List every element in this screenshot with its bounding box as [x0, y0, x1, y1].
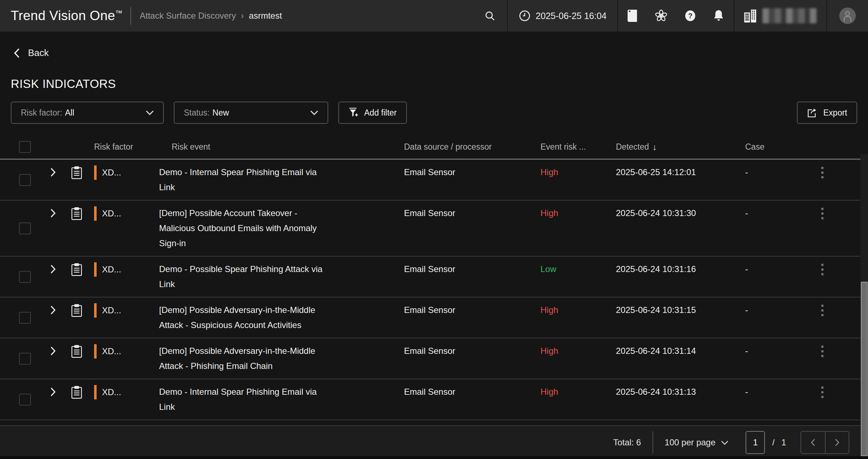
column-header-risk-event[interactable]: Risk event [159, 142, 404, 152]
expand-row-icon[interactable] [50, 257, 71, 297]
risk-factor-value[interactable]: XD... [102, 262, 121, 277]
notifications-bell-icon[interactable] [713, 10, 724, 22]
total-count-label: Total: 6 [613, 437, 641, 448]
documentation-icon[interactable] [627, 10, 638, 22]
risk-event-value[interactable]: Demo - Internal Spear Phishing Email via… [159, 379, 404, 420]
support-pinwheel-icon[interactable] [655, 9, 668, 22]
expand-row-icon[interactable] [50, 338, 71, 379]
risk-factor-value[interactable]: XD... [102, 165, 121, 180]
row-actions-kebab-icon[interactable] [821, 387, 823, 398]
table-row: XD... Demo - Internal Spear Phishing Ema… [0, 160, 868, 201]
risk-severity-bar [94, 165, 97, 180]
brand-area: Trend Vision One™ Attack Surface Discove… [0, 7, 282, 25]
risk-event-value[interactable]: [Demo] Possible Adversary-in-the-Middle … [159, 298, 404, 338]
topbar-right-cluster: 2025-06-25 16:04 [473, 0, 868, 32]
detected-value: 2025-06-24 10:31:15 [616, 298, 745, 338]
row-actions-kebab-icon[interactable] [821, 346, 823, 357]
svg-text:?: ? [688, 12, 692, 20]
data-source-value: Email Sensor [404, 257, 540, 297]
row-checkbox[interactable] [19, 353, 31, 365]
expand-row-icon[interactable] [50, 298, 71, 338]
row-actions-kebab-icon[interactable] [821, 305, 823, 316]
datetime-section[interactable]: 2025-06-25 16:04 [508, 0, 617, 32]
export-label: Export [823, 108, 847, 118]
page-number-input[interactable]: 1 [746, 431, 765, 454]
clipboard-icon[interactable] [71, 338, 94, 379]
help-icon[interactable]: ? [684, 10, 696, 22]
case-value: - [745, 379, 808, 420]
detected-header-label: Detected [616, 142, 649, 152]
risk-severity-bar [94, 385, 97, 399]
row-actions-kebab-icon[interactable] [821, 208, 823, 219]
next-page-button[interactable] [825, 432, 849, 453]
case-value: - [745, 257, 808, 297]
risk-event-value[interactable]: [Demo] Possible Adversary-in-the-Middle … [159, 338, 404, 379]
risk-indicator-table: XD... Demo - Internal Spear Phishing Ema… [0, 160, 868, 420]
footer-divider [653, 431, 653, 454]
per-page-dropdown[interactable]: 100 per page [665, 437, 728, 448]
column-header-data-source[interactable]: Data source / processor [404, 142, 540, 152]
row-actions-kebab-icon[interactable] [821, 264, 823, 275]
status-dropdown-label: Status: [184, 108, 210, 118]
risk-severity-bar [94, 344, 97, 359]
row-checkbox[interactable] [19, 174, 31, 186]
data-source-value: Email Sensor [404, 160, 540, 200]
row-actions-kebab-icon[interactable] [821, 167, 823, 178]
column-header-detected[interactable]: Detected ↓ [616, 142, 745, 152]
table-row: XD... Demo - Internal Spear Phishing Ema… [0, 379, 868, 420]
add-filter-icon [348, 107, 358, 118]
row-checkbox[interactable] [19, 394, 31, 406]
risk-factor-dropdown[interactable]: Risk factor: All [11, 102, 164, 124]
expand-row-icon[interactable] [50, 201, 71, 256]
risk-factor-value[interactable]: XD... [102, 344, 121, 359]
risk-factor-value[interactable]: XD... [102, 385, 121, 399]
column-header-event-risk[interactable]: Event risk ... [540, 142, 616, 152]
table-row: XD... [Demo] Possible Adversary-in-the-M… [0, 298, 868, 338]
previous-page-button[interactable] [801, 432, 825, 453]
page-content: Back RISK INDICATORS Risk factor: All St… [0, 32, 868, 459]
event-risk-value: High [540, 160, 616, 200]
search-icon[interactable] [484, 10, 496, 22]
tenant-section[interactable] [734, 0, 826, 32]
status-dropdown-value: New [213, 108, 229, 118]
row-checkbox[interactable] [19, 223, 31, 234]
app-title: Trend Vision One™ [11, 8, 122, 23]
page-total-label: / 1 [772, 437, 788, 448]
select-all-checkbox[interactable] [19, 141, 31, 153]
row-checkbox[interactable] [19, 271, 31, 283]
breadcrumb-section[interactable]: Attack Surface Discovery [140, 11, 236, 21]
case-value: - [745, 201, 808, 256]
user-avatar[interactable] [839, 8, 856, 24]
risk-severity-bar [94, 262, 97, 277]
clipboard-icon[interactable] [71, 160, 94, 200]
risk-event-value[interactable]: Demo - Internal Spear Phishing Email via… [159, 160, 404, 200]
event-risk-value: High [540, 298, 616, 338]
pagination-footer: Total: 6 100 per page 1 / 1 [0, 425, 868, 459]
scrollbar-thumb[interactable] [861, 282, 868, 456]
row-checkbox[interactable] [19, 312, 31, 324]
back-button[interactable]: Back [0, 32, 49, 58]
risk-event-value[interactable]: [Demo] Possible Account Takeover - Malic… [159, 201, 404, 256]
company-building-icon [744, 9, 758, 23]
status-dropdown[interactable]: Status: New [174, 102, 328, 124]
clipboard-icon[interactable] [71, 257, 94, 297]
chevron-down-icon [310, 110, 318, 115]
column-header-case[interactable]: Case [745, 142, 808, 152]
add-filter-button[interactable]: Add filter [338, 102, 407, 124]
risk-event-value[interactable]: Demo - Possible Spear Phishing Attack vi… [159, 257, 404, 297]
detected-value: 2025-06-24 10:31:13 [616, 379, 745, 420]
expand-row-icon[interactable] [50, 379, 71, 420]
export-button[interactable]: Export [797, 102, 857, 124]
clipboard-icon[interactable] [71, 201, 94, 256]
clipboard-icon[interactable] [71, 379, 94, 420]
chevron-left-icon [811, 439, 816, 446]
clipboard-icon[interactable] [71, 298, 94, 338]
data-source-value: Email Sensor [404, 298, 540, 338]
risk-factor-value[interactable]: XD... [102, 206, 121, 221]
risk-severity-bar [94, 206, 97, 221]
risk-factor-dropdown-label: Risk factor: [21, 108, 62, 118]
risk-factor-value[interactable]: XD... [102, 303, 121, 318]
expand-row-icon[interactable] [50, 160, 71, 200]
detected-value: 2025-06-24 10:31:30 [616, 201, 745, 256]
column-header-risk-factor[interactable]: Risk factor [94, 142, 159, 152]
